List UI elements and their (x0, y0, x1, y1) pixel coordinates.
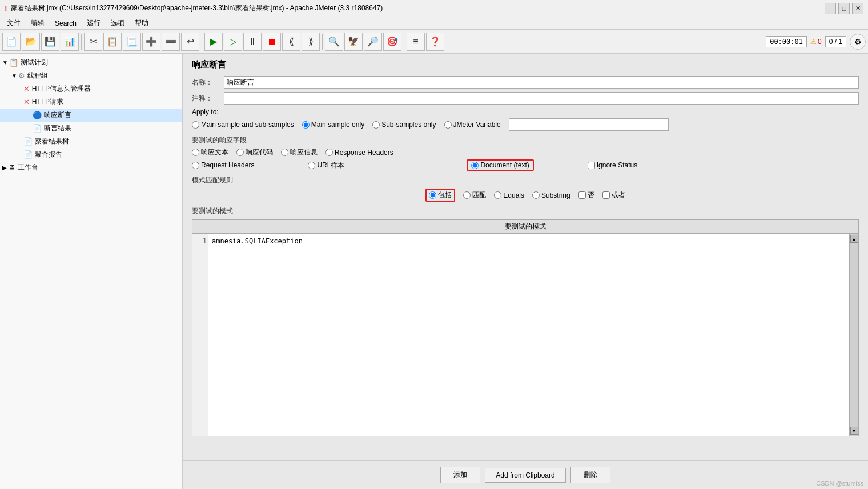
expand-assertion-result[interactable] (30, 125, 31, 131)
tree-item-workbench[interactable]: ▶ 🖥 工作台 (0, 161, 182, 174)
toolbar-paste[interactable]: 📃 (123, 33, 141, 51)
menu-search[interactable]: Search (50, 18, 81, 29)
delete-button[interactable]: 删除 (570, 467, 610, 483)
expand-aggregate-report[interactable] (21, 151, 22, 158)
field-ignore-status[interactable]: Ignore Status (588, 161, 637, 169)
toolbar-start[interactable]: ▶ (204, 33, 223, 51)
apply-sub-only[interactable]: Sub-samples only (372, 121, 436, 129)
menu-file[interactable]: 文件 (2, 17, 25, 29)
apply-main-only-radio[interactable] (302, 121, 310, 129)
apply-main-only[interactable]: Main sample only (302, 121, 364, 129)
tree-item-http-request[interactable]: ✕ HTTP请求 (0, 95, 182, 109)
test-plan-label: 测试计划 (21, 58, 48, 67)
match-contains-radio[interactable] (429, 191, 436, 199)
apply-to-radio-group: Main sample and sub-samples Main sample … (192, 118, 859, 131)
toolbar-zoom[interactable]: 🔎 (364, 33, 382, 51)
toolbar-pause[interactable]: ⏸ (243, 33, 262, 51)
menu-run[interactable]: 运行 (82, 17, 105, 29)
scroll-up-arrow[interactable]: ▲ (850, 235, 858, 243)
toolbar-copy[interactable]: 📋 (103, 33, 122, 51)
menu-options[interactable]: 选项 (106, 17, 129, 29)
toolbar-save-as[interactable]: 📊 (61, 33, 79, 51)
field-request-headers[interactable]: Request Headers (192, 161, 254, 169)
tree-item-response-assertion[interactable]: 🔵 响应断言 (0, 109, 182, 122)
scroll-down-arrow[interactable]: ▼ (850, 427, 858, 435)
apply-jmeter-var-radio[interactable] (444, 121, 452, 129)
menu-edit[interactable]: 编辑 (26, 17, 49, 29)
comment-input[interactable] (224, 92, 859, 105)
toolbar-save[interactable]: 💾 (41, 33, 59, 51)
add-button[interactable]: 添加 (440, 467, 480, 483)
line-number-1: 1 (194, 236, 207, 246)
tree-item-http-header[interactable]: ✕ HTTP信息头管理器 (0, 82, 182, 95)
maximize-button[interactable]: □ (838, 3, 850, 14)
toolbar-cut[interactable]: ✂ (84, 33, 102, 51)
field-response-text[interactable]: 响应文本 (192, 147, 228, 157)
expand-workbench[interactable]: ▶ (2, 165, 7, 171)
toolbar-stop[interactable]: ⏹ (263, 33, 281, 51)
toolbar-search[interactable]: 🔍 (325, 33, 343, 51)
field-url-sample-radio[interactable] (308, 162, 315, 169)
field-ignore-status-checkbox[interactable] (588, 162, 595, 169)
add-from-clipboard-button[interactable]: Add from Clipboard (485, 468, 565, 483)
field-response-message-radio[interactable] (281, 149, 288, 156)
field-response-message[interactable]: 响应信息 (281, 147, 318, 157)
tree-item-assertion-result[interactable]: 📄 断言结果 (0, 122, 182, 135)
toolbar-remove[interactable]: ➖ (162, 33, 180, 51)
toolbar-add[interactable]: ➕ (142, 33, 160, 51)
menu-help[interactable]: 帮助 (130, 17, 153, 29)
pattern-match-section: 模式匹配规则 包括 匹配 Equals (192, 175, 859, 202)
match-not-checkbox[interactable] (578, 191, 586, 199)
field-response-headers-radio[interactable] (326, 149, 333, 156)
tree-item-view-results[interactable]: 📄 察看结果树 (0, 135, 182, 148)
expand-http-header[interactable] (21, 86, 22, 92)
apply-main-sub-radio[interactable] (192, 121, 199, 129)
expand-test-plan[interactable]: ▼ (2, 59, 8, 66)
toolbar-clear[interactable]: ⟪ (282, 33, 300, 51)
settings-button[interactable]: ⚙ (850, 34, 866, 50)
field-document-text-radio[interactable] (471, 162, 479, 169)
toolbar-clear-all[interactable]: ⟫ (302, 33, 320, 51)
field-response-code-radio[interactable] (236, 149, 244, 156)
field-url-sample[interactable]: URL样本 (308, 161, 344, 170)
match-matches-radio[interactable] (463, 191, 471, 199)
match-substring[interactable]: Substring (532, 191, 570, 199)
field-document-text[interactable]: Document (text) (467, 159, 533, 171)
tree-item-aggregate-report[interactable]: 📄 聚合报告 (0, 148, 182, 161)
toolbar-start-no-pause[interactable]: ▷ (224, 33, 242, 51)
toolbar-templates[interactable]: 🦅 (344, 33, 363, 51)
field-response-code[interactable]: 响应代码 (236, 147, 273, 157)
tree-item-thread-group[interactable]: ▼ ⚙ 线程组 (0, 69, 182, 82)
field-response-text-radio[interactable] (192, 149, 199, 156)
match-equals-radio[interactable] (494, 191, 501, 199)
match-or[interactable]: 或者 (602, 190, 625, 200)
minimize-button[interactable]: ─ (825, 3, 836, 14)
close-button[interactable]: ✕ (852, 3, 863, 14)
toolbar-undo[interactable]: ↩ (181, 33, 199, 51)
expand-http-request[interactable] (21, 99, 22, 105)
expand-view-results[interactable] (21, 138, 22, 145)
match-or-checkbox[interactable] (602, 191, 610, 199)
match-not[interactable]: 否 (578, 190, 594, 200)
apply-jmeter-var[interactable]: JMeter Variable (444, 121, 501, 129)
toolbar-list[interactable]: ≡ (407, 33, 425, 51)
field-request-headers-radio[interactable] (192, 162, 199, 169)
apply-sub-only-radio[interactable] (372, 121, 380, 129)
expand-response-assertion[interactable] (30, 112, 31, 118)
toolbar-binoculars[interactable]: 🎯 (383, 33, 401, 51)
toolbar-help[interactable]: ❓ (426, 33, 444, 51)
toolbar-new[interactable]: 📄 (2, 33, 21, 51)
toolbar-open[interactable]: 📂 (22, 33, 40, 51)
match-matches[interactable]: 匹配 (463, 190, 486, 200)
match-equals[interactable]: Equals (494, 191, 524, 199)
name-input[interactable] (224, 76, 859, 89)
pattern-textarea[interactable]: amnesia.SQLIAException (208, 234, 849, 436)
tree-item-test-plan[interactable]: ▼ 📋 测试计划 (0, 56, 182, 69)
match-substring-radio[interactable] (532, 191, 540, 199)
expand-thread-group[interactable]: ▼ (11, 73, 17, 79)
field-response-headers[interactable]: Response Headers (326, 149, 393, 157)
match-contains[interactable]: 包括 (425, 189, 455, 202)
titlebar: ! 家看结果树.jmx (C:\Users\ln13277429609\Desk… (0, 0, 868, 17)
apply-main-sub[interactable]: Main sample and sub-samples (192, 121, 294, 129)
jmeter-variable-input[interactable] (509, 118, 669, 131)
